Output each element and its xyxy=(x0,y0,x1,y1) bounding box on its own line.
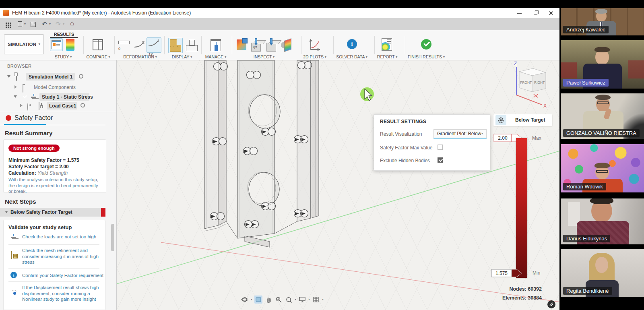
activate-radio[interactable] xyxy=(80,103,85,107)
participant-name: GONZALO VALIÑO RIESTRA xyxy=(563,129,640,137)
inspect-point-xyz-button[interactable]: xyz xyxy=(251,39,261,52)
next-step-link[interactable]: Check the mesh refinement and consider i… xyxy=(22,248,99,265)
manage-button[interactable] xyxy=(211,39,221,51)
file-menu-icon[interactable] xyxy=(18,21,22,27)
study-legend-button[interactable] xyxy=(66,39,74,51)
load-case-icon xyxy=(39,102,39,110)
group-label-deformation[interactable]: DEFORMATION ▾ xyxy=(118,54,162,59)
participant-name: Regita Bendikienė xyxy=(563,287,612,295)
group-label-2d-plots[interactable]: 2D PLOTS ▾ xyxy=(299,54,331,59)
look-at-icon[interactable] xyxy=(254,296,262,304)
participant-tile[interactable]: Andrzej Kawalec xyxy=(561,8,644,35)
tree-row-study-1[interactable]: Study 1 - Static Stress xyxy=(0,93,105,101)
redo-caret-icon[interactable]: ▾ xyxy=(63,22,64,26)
orbit-icon[interactable] xyxy=(241,296,249,304)
inspect-results-button[interactable] xyxy=(237,39,246,50)
deformation-actual-button[interactable] xyxy=(134,41,145,50)
participant-tile[interactable]: GONZALO VALIÑO RIESTRA xyxy=(561,93,644,139)
report-button[interactable] xyxy=(382,38,392,51)
participant-tile[interactable]: Regita Bendikienė xyxy=(561,249,644,297)
tree-row-load-case[interactable]: Load Case1 xyxy=(0,102,105,110)
panel-scrollbar[interactable] xyxy=(111,224,114,251)
tree-row-model-components[interactable]: Model Components xyxy=(0,83,105,91)
legend-settings-button[interactable] xyxy=(495,115,506,125)
expand-chevron-icon[interactable] xyxy=(14,95,17,98)
info-icon xyxy=(10,272,17,278)
visualization-dropdown[interactable]: Gradient Plot: Below ▾ xyxy=(433,129,487,138)
fit-icon[interactable] xyxy=(285,296,293,304)
undo-caret-icon[interactable]: ▾ xyxy=(49,22,51,26)
viewport-canvas[interactable]: Z FRONT RIGHT X RESULT SETTINGS Result V… xyxy=(117,60,559,310)
participant-tile[interactable]: Darius Eidukynas xyxy=(561,198,644,244)
grid-caret-icon[interactable]: ▾ xyxy=(322,298,324,301)
participant-tile[interactable]: Paweł Sułkowicz xyxy=(561,40,644,89)
viewcube-front-face[interactable]: FRONT xyxy=(520,81,532,85)
below-target-section-row[interactable]: Below Safety Factor Target xyxy=(0,208,105,217)
minimize-button[interactable] xyxy=(513,9,525,17)
display-settings-icon[interactable] xyxy=(298,296,306,304)
grid-layout-icon[interactable] xyxy=(312,296,320,304)
glasses xyxy=(596,170,608,173)
finish-results-button[interactable] xyxy=(421,39,431,50)
group-label-solver-data[interactable]: SOLVER DATA ▾ xyxy=(332,54,372,59)
2d-plots-button[interactable] xyxy=(308,38,321,52)
zoom-icon[interactable] xyxy=(275,296,283,304)
inspect-point-button[interactable] xyxy=(266,39,276,52)
deformation-scaled-button[interactable]: 1X xyxy=(147,37,161,53)
home-icon[interactable]: ⌂ xyxy=(70,20,74,27)
tree-row-simulation-model[interactable]: Simulation Model 1 xyxy=(0,73,105,81)
viewcube-right-face[interactable]: RIGHT xyxy=(534,81,545,85)
group-label-compare[interactable]: COMPARE ▾ xyxy=(83,54,114,59)
exclude-checkbox[interactable] xyxy=(438,157,443,163)
gear-icon xyxy=(497,117,504,124)
visibility-eye-icon[interactable] xyxy=(27,103,28,111)
group-label-manage[interactable]: MANAGE ▾ xyxy=(201,54,230,59)
orbit-caret-icon[interactable]: ▾ xyxy=(251,298,252,301)
workspace-selector[interactable]: SIMULATION ▾ xyxy=(4,34,44,54)
next-step-link[interactable]: Confirm your Safety Factor requirement xyxy=(22,273,103,279)
tree-item-label[interactable]: Load Case1 xyxy=(49,103,76,109)
redo-icon[interactable]: ↷ xyxy=(56,21,61,27)
participant-tile[interactable]: Roman Wdowik xyxy=(561,144,644,192)
legend-min-flag[interactable]: 1.575 xyxy=(491,269,526,278)
maximize-button[interactable] xyxy=(529,9,541,17)
visualization-label: Result Visualization xyxy=(380,131,422,137)
collapsed-chevron-icon[interactable] xyxy=(20,104,23,107)
ribbon-tab-results[interactable]: RESULTS xyxy=(50,32,78,37)
file-menu-caret-icon[interactable]: ▾ xyxy=(24,22,26,26)
group-label-report[interactable]: REPORT ▾ xyxy=(371,54,403,59)
group-label-finish-results[interactable]: FINISH RESULTS ▾ xyxy=(405,54,448,59)
group-label-display[interactable]: DISPLAY ▾ xyxy=(167,54,197,59)
tree-item-label[interactable]: Simulation Model 1 xyxy=(29,74,72,80)
deformed-curve-icon xyxy=(148,39,161,48)
compare-icon xyxy=(93,39,103,50)
fit-caret-icon[interactable]: ▾ xyxy=(295,298,296,301)
max-value-checkbox[interactable] xyxy=(438,145,443,150)
activate-radio[interactable] xyxy=(79,74,83,79)
app-launcher-icon[interactable] xyxy=(6,23,7,24)
display-outline-button[interactable] xyxy=(186,40,197,52)
study-current-button[interactable] xyxy=(50,38,63,51)
group-label-inspect[interactable]: INSPECT ▾ xyxy=(248,54,280,59)
group-label-study[interactable]: STUDY ▾ xyxy=(50,54,76,59)
inspect-slice-plane-button[interactable] xyxy=(281,39,293,51)
pan-icon[interactable] xyxy=(264,296,272,304)
display-settings-caret-icon[interactable]: ▾ xyxy=(308,298,310,301)
calculation-value: Yield Strength xyxy=(37,170,68,176)
close-button[interactable] xyxy=(545,9,557,17)
collapsed-chevron-icon[interactable] xyxy=(14,85,17,89)
deformation-none-button[interactable]: 0 xyxy=(118,41,130,52)
undo-icon[interactable]: ↶ xyxy=(42,21,47,27)
result-note: With the analysis criteria in this study… xyxy=(8,177,103,194)
next-step-link[interactable]: Check the loads are not set too high xyxy=(22,234,101,240)
display-mesh-button[interactable] xyxy=(168,38,183,53)
feedback-bubble-icon[interactable] xyxy=(547,300,555,308)
tree-item-label[interactable]: Model Components xyxy=(34,85,76,90)
save-icon[interactable] xyxy=(31,22,36,27)
expand-chevron-icon[interactable] xyxy=(7,75,10,78)
next-step-link[interactable]: If the Displacement result shows high di… xyxy=(22,285,102,302)
tree-item-label[interactable]: Study 1 - Static Stress xyxy=(42,94,93,100)
solver-data-button[interactable] xyxy=(347,39,357,49)
viewcube[interactable]: Z FRONT RIGHT X xyxy=(514,61,547,109)
compare-button[interactable] xyxy=(93,39,103,50)
